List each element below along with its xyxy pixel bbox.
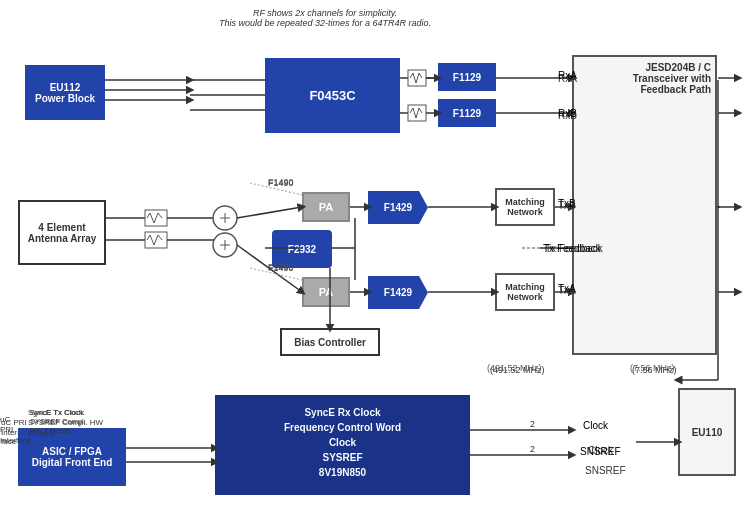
svg-line-5 xyxy=(147,213,150,218)
matching-bot-block: Matching Network xyxy=(495,273,555,311)
snsref-label-pos: SNSREF xyxy=(580,446,621,457)
synce-tx-label-pos: SyncE Tx ClockSYSREF Compl.HW Filtered xyxy=(30,408,122,435)
uc-pri-label-pos: uC PRI Inter­face xyxy=(1,418,29,447)
svg-rect-26 xyxy=(408,70,426,86)
bias-block: Bias Controller xyxy=(280,328,380,356)
svg-line-17 xyxy=(150,235,154,245)
svg-point-10 xyxy=(213,206,237,230)
f1490-bot: F1490 xyxy=(268,262,294,272)
svg-rect-15 xyxy=(145,232,167,248)
svg-line-28 xyxy=(413,73,416,83)
snsref-label: SNSREF xyxy=(585,465,626,476)
f1129a-block: F1129 xyxy=(438,63,496,91)
note-text: RF shows 2x channels for simplicity. Thi… xyxy=(185,8,465,28)
pa-top-block: PA xyxy=(302,192,350,222)
8v19n850-block: SyncE Rx Clock Frequency Control Word Cl… xyxy=(215,395,470,495)
rxa-side-label: RxA xyxy=(558,70,577,81)
svg-point-21 xyxy=(213,233,237,257)
freq-756: (7.56 MHz) xyxy=(630,363,675,373)
svg-line-7 xyxy=(154,213,158,223)
svg-line-19 xyxy=(158,235,162,240)
svg-text:2: 2 xyxy=(530,444,535,454)
svg-rect-4 xyxy=(145,210,167,226)
clock-label-pos: Clock xyxy=(583,420,608,431)
svg-line-16 xyxy=(147,235,150,240)
txa-side-label: TxA xyxy=(558,283,576,294)
freq-491: (491.52 MHz) xyxy=(487,363,542,373)
jesd-block: JESD204B / C Transceiver with Feedback P… xyxy=(572,55,717,355)
svg-line-37 xyxy=(419,108,422,113)
matching-top-block: Matching Network xyxy=(495,188,555,226)
svg-text:2: 2 xyxy=(530,419,535,429)
f1429b-block: F1429 xyxy=(368,276,428,309)
svg-line-27 xyxy=(410,73,413,78)
svg-rect-33 xyxy=(408,105,426,121)
tx-feedback-side-label: Tx Feedback xyxy=(543,243,601,254)
svg-line-35 xyxy=(413,108,416,118)
antenna-block: 4 Element Antenna Array xyxy=(18,200,106,265)
svg-line-13 xyxy=(237,207,302,218)
pa-bot-block: PA xyxy=(302,277,350,307)
f0453c-block: F0453C xyxy=(265,58,400,133)
svg-line-6 xyxy=(150,213,154,223)
svg-line-30 xyxy=(419,73,422,78)
svg-line-8 xyxy=(158,213,162,218)
eu110-block: EU110 xyxy=(678,388,736,476)
diagram-container: RF shows 2x channels for simplicity. Thi… xyxy=(0,0,750,512)
txb-side-label: TxB xyxy=(558,198,576,209)
f1429a-block: F1429 xyxy=(368,191,428,224)
svg-line-29 xyxy=(416,73,419,83)
rxb-side-label: RxB xyxy=(558,108,577,119)
f1129b-block: F1129 xyxy=(438,99,496,127)
eu112-block: EU112 Power Block xyxy=(25,65,105,120)
f1490-top: F1490 xyxy=(268,177,294,187)
svg-line-36 xyxy=(416,108,419,118)
svg-line-34 xyxy=(410,108,413,113)
svg-line-18 xyxy=(154,235,158,245)
